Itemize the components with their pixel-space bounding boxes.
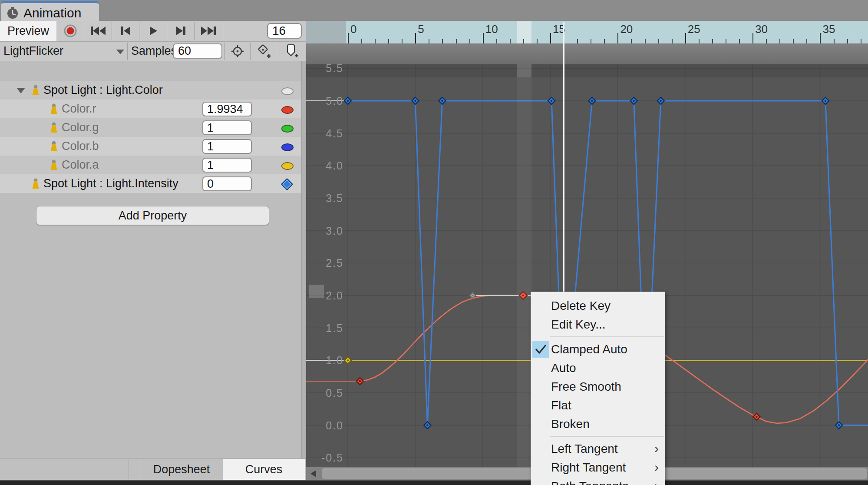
curve-color-chip	[281, 178, 293, 190]
property-row[interactable]: Color.b1	[0, 137, 301, 156]
filter-curves-icon	[231, 44, 244, 58]
keyframe-blue-center	[633, 100, 634, 102]
menu-item-edit-key[interactable]: Edit Key...	[531, 315, 665, 334]
property-row[interactable]: Color.g1	[0, 118, 301, 137]
keyframe-blue-center	[426, 424, 428, 426]
ruler-tick-label: 30	[755, 23, 768, 36]
light-icon	[49, 103, 59, 115]
keyframe-blue-center	[551, 100, 552, 102]
mode-tab-bar: Dopesheet Curves	[0, 458, 306, 480]
ruler-minor-tick	[510, 39, 511, 43]
menu-separator	[550, 436, 664, 437]
value-axis-label: 1.5	[306, 322, 343, 335]
ruler-minor-tick	[442, 39, 443, 43]
value-axis-label: 2.0	[306, 289, 343, 302]
value-axis-label: 4.5	[306, 127, 343, 140]
filter-curves-button[interactable]	[225, 42, 250, 60]
tab-title: Animation	[23, 6, 81, 20]
menu-item-free-smooth[interactable]: Free Smooth	[531, 377, 665, 396]
ruler-minor-tick	[577, 39, 578, 43]
add-event-button[interactable]	[278, 42, 306, 60]
property-value-field[interactable]: 1.9934	[202, 102, 252, 116]
ruler-minor-tick	[672, 39, 673, 43]
ruler-tick-label: 10	[485, 23, 498, 36]
add-keyframe-button[interactable]	[251, 42, 278, 60]
ruler-minor-tick	[469, 39, 470, 43]
clip-dropdown[interactable]: LightFlicker	[3, 42, 127, 60]
context-menu: Delete KeyEdit Key... Clamped AutoAutoFr…	[531, 292, 665, 485]
property-value-field[interactable]: 1	[202, 139, 252, 154]
property-row[interactable]: Spot Light : Light.Intensity0	[0, 174, 301, 193]
animation-window: Animation Preview	[0, 0, 868, 485]
curve-color-chip	[281, 143, 294, 151]
menu-item-left-tangent[interactable]: Left Tangent›	[531, 439, 665, 458]
menu-item-broken[interactable]: Broken	[531, 415, 665, 433]
tab-dopesheet[interactable]: Dopesheet	[140, 459, 223, 480]
submenu-chevron-icon: ›	[654, 441, 659, 456]
ruler-minor-tick	[604, 39, 605, 43]
menu-item-label: Right Tangent	[551, 461, 626, 475]
previous-frame-button[interactable]	[112, 21, 139, 41]
property-value-field[interactable]: 1	[202, 158, 252, 173]
add-property-button[interactable]: Add Property	[36, 206, 269, 225]
submenu-chevron-icon: ›	[654, 460, 659, 475]
menu-item-label: Broken	[551, 417, 590, 431]
menu-item-label: Edit Key...	[551, 318, 606, 332]
property-row[interactable]: Color.a1	[0, 156, 301, 174]
play-button[interactable]	[140, 21, 167, 41]
previous-frame-icon	[119, 25, 132, 37]
light-icon	[49, 159, 59, 171]
ruler-tick-label: 35	[822, 23, 835, 36]
value-axis-label: 5.5	[306, 64, 343, 75]
keyframe-red-center	[359, 380, 361, 382]
clock-icon	[6, 7, 19, 20]
ruler-minor-tick	[726, 39, 726, 43]
value-axis-label: 0.5	[306, 387, 343, 399]
next-frame-button[interactable]	[168, 21, 194, 41]
property-row[interactable]: Spot Light : Light.Color	[0, 81, 301, 100]
checkmark-icon	[532, 341, 549, 358]
property-value-field[interactable]: 1	[202, 120, 252, 135]
ruler-minor-tick	[806, 39, 807, 43]
skip-to-start-button[interactable]	[85, 21, 112, 41]
light-icon	[49, 141, 59, 152]
scroll-left-icon[interactable]	[310, 470, 316, 477]
skip-to-end-button[interactable]	[195, 21, 222, 41]
next-frame-icon	[175, 25, 187, 37]
timeline-ruler[interactable]: 05101520253035	[306, 21, 868, 44]
light-icon	[30, 178, 41, 189]
tab-animation[interactable]: Animation	[1, 1, 99, 23]
samples-field[interactable]: 60	[173, 43, 222, 59]
add-keyframe-icon	[257, 44, 272, 59]
ruler-major-tick	[617, 33, 618, 43]
preview-button[interactable]: Preview	[0, 21, 56, 41]
curve-header-band	[306, 43, 868, 64]
property-label: Spot Light : Light.Color	[43, 81, 163, 100]
menu-item-auto[interactable]: Auto	[531, 359, 665, 377]
menu-item-delete-key[interactable]: Delete Key	[531, 296, 665, 315]
samples-label: Samples	[131, 42, 177, 60]
foldout-arrow-icon[interactable]	[17, 88, 25, 93]
menu-item-flat[interactable]: Flat	[531, 396, 665, 415]
ruler-minor-tick	[658, 39, 659, 43]
menu-item-both-tangents[interactable]: Both Tangents›	[531, 477, 665, 485]
highlight-column	[517, 64, 531, 467]
menu-item-right-tangent[interactable]: Right Tangent›	[531, 458, 665, 477]
clip-name-label: LightFlicker	[3, 44, 63, 58]
tab-curves[interactable]: Curves	[223, 459, 305, 480]
preview-label: Preview	[7, 24, 49, 38]
curve-color-chip	[281, 162, 294, 170]
ruler-minor-tick	[429, 39, 429, 43]
ruler-tick-label: 25	[688, 23, 700, 36]
curve-color-chip	[281, 106, 294, 114]
add-event-icon	[284, 43, 300, 59]
keyframe-blue-center	[591, 100, 593, 102]
property-row[interactable]: Color.r1.9934	[0, 100, 301, 118]
property-value-field[interactable]: 0	[202, 176, 252, 191]
current-frame-field[interactable]: 16	[267, 23, 302, 39]
menu-item-clamped-auto[interactable]: Clamped Auto	[531, 340, 665, 359]
value-axis-label: -0.5	[306, 452, 343, 464]
skip-to-start-icon	[89, 25, 107, 37]
record-button[interactable]	[57, 21, 83, 41]
ruler-minor-tick	[645, 39, 646, 43]
